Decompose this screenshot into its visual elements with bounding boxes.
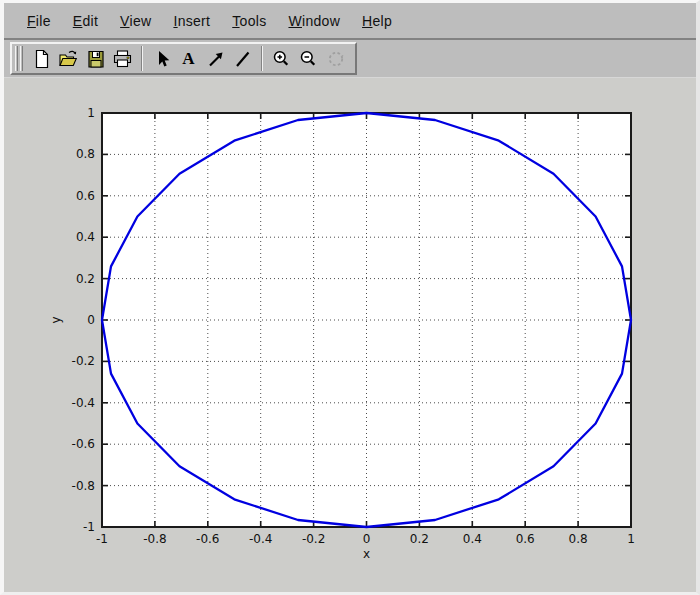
y-tick-label: -1 [83,520,95,534]
insert-text-button[interactable]: A [175,46,202,72]
save-figure-button[interactable] [82,46,109,72]
line-icon [233,49,253,69]
y-tick-label: 0.4 [76,230,95,244]
y-tick-label: -0.6 [72,437,95,451]
x-tick-label: 0.6 [516,532,535,546]
x-tick-label: 0 [363,532,371,546]
edit-plot-button[interactable] [148,46,175,72]
y-tick-label: 0.6 [76,189,95,203]
y-tick-label: 0.8 [76,147,95,161]
x-tick-label: -0.6 [196,532,219,546]
figure-canvas: -1-0.8-0.6-0.4-0.200.20.40.60.81-1-0.8-0… [4,78,700,595]
menu-help[interactable]: Help [351,9,403,33]
x-tick-label: 0.8 [569,532,588,546]
zoom-in-button[interactable] [268,46,295,72]
menu-tools[interactable]: Tools [221,9,277,33]
x-tick-label: 0.4 [463,532,482,546]
toolbar-strip: A [4,40,696,78]
x-tick-label: -1 [96,532,108,546]
new-icon [32,49,52,69]
y-tick-label: 1 [87,106,95,120]
menu-edit[interactable]: Edit [62,9,109,33]
menu-insert[interactable]: Insert [162,9,221,33]
x-axis-label: x [363,547,370,561]
open-file-button[interactable] [55,46,82,72]
menu-window[interactable]: Window [277,9,351,33]
save-icon [86,49,106,69]
x-tick-label: 1 [627,532,635,546]
x-tick-label: -0.4 [249,532,272,546]
pointer-icon [152,49,172,69]
print-figure-button[interactable] [109,46,136,72]
y-tick-label: -0.2 [72,354,95,368]
arrow-icon [206,49,226,69]
y-axis-label: y [49,316,63,323]
y-tick-label: -0.4 [72,396,95,410]
toolbar: A [10,42,357,75]
rotate3d-button[interactable] [322,46,349,72]
menu-file[interactable]: File [16,9,62,33]
open-icon [58,49,79,69]
figure-window: File Edit View Insert Tools Window Help [0,0,700,595]
new-figure-button[interactable] [28,46,55,72]
x-tick-label: 0.2 [410,532,429,546]
print-icon [112,49,133,69]
rotate3d-icon [326,49,346,69]
toolbar-separator [261,46,263,71]
text-icon: A [182,50,194,67]
insert-arrow-button[interactable] [202,46,229,72]
toolbar-separator [141,46,143,71]
toolbar-grip[interactable] [15,46,23,71]
menu-bar: File Edit View Insert Tools Window Help [4,3,696,40]
menu-view[interactable]: View [109,9,162,33]
y-tick-label: 0 [87,313,95,327]
insert-line-button[interactable] [229,46,256,72]
zoom-in-icon [271,49,292,69]
x-tick-label: -0.2 [302,532,325,546]
y-tick-label: -0.8 [72,479,95,493]
y-tick-label: 0.2 [76,272,95,286]
axes-plot: -1-0.8-0.6-0.4-0.200.20.40.60.81-1-0.8-0… [4,78,700,595]
zoom-out-icon [298,49,319,69]
zoom-out-button[interactable] [295,46,322,72]
x-tick-label: -0.8 [143,532,166,546]
